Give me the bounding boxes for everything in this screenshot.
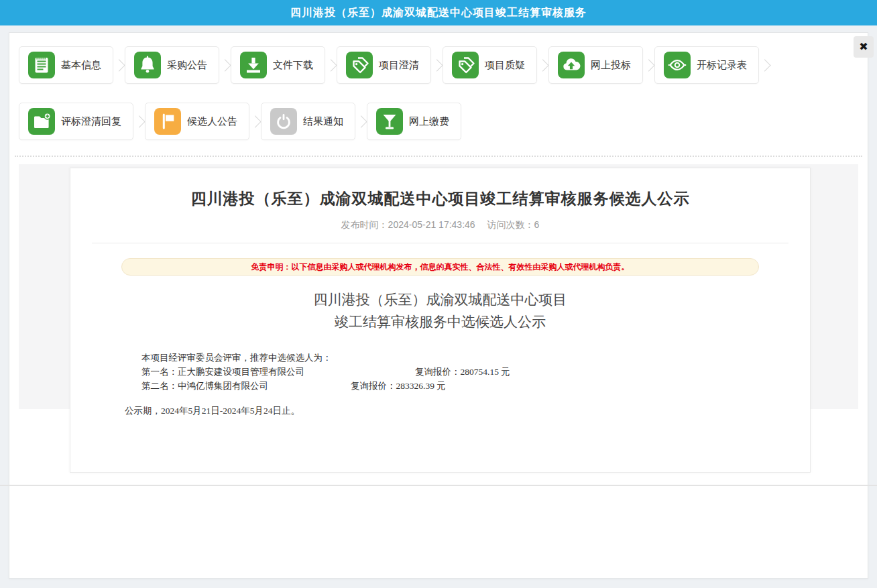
publish-time-value: 2024-05-21 17:43:46 xyxy=(388,219,475,230)
tab-label: 候选人公告 xyxy=(187,115,237,128)
horizontal-rule xyxy=(0,485,877,486)
bell-icon xyxy=(134,52,161,78)
download-icon xyxy=(240,52,267,78)
power-icon xyxy=(270,108,297,135)
tab-label: 基本信息 xyxy=(61,59,101,72)
doc-heading-line1: 四川港投（乐至）成渝双城配送中心项目 xyxy=(70,289,810,311)
doc-body: 本项目经评审委员会评审，推荐中选候选人为： 第一名：正大鹏安建设项目管理有限公司… xyxy=(141,351,810,393)
tab-project-query[interactable]: 项目质疑 xyxy=(443,46,537,84)
publicity-period: 公示期，2024年5月21日-2024年5月24日止。 xyxy=(125,405,810,417)
tab-candidate-announcement[interactable]: 候选人公告 xyxy=(145,103,249,140)
tab-label: 项目质疑 xyxy=(485,59,525,72)
intro-line: 本项目经评审委员会评审，推荐中选候选人为： xyxy=(141,351,810,365)
meta-divider xyxy=(92,243,788,243)
announcement-document: 四川港投（乐至）成渝双城配送中心项目竣工结算审核服务候选人公示 发布时间：202… xyxy=(70,168,811,473)
doc-heading: 四川港投（乐至）成渝双城配送中心项目 竣工结算审核服务中选候选人公示 xyxy=(70,289,810,333)
publish-time-label: 发布时间： xyxy=(341,219,388,230)
tag-icon xyxy=(346,52,373,78)
tab-online-bidding[interactable]: 网上投标 xyxy=(548,46,643,84)
tab-basic-info[interactable]: 基本信息 xyxy=(19,46,113,84)
tab-label: 网上缴费 xyxy=(409,115,449,128)
article-title: 四川港投（乐至）成渝双城配送中心项目竣工结算审核服务候选人公示 xyxy=(70,188,810,209)
tab-label: 结果通知 xyxy=(303,115,343,128)
candidate-price: 复询报价：280754.15 元 xyxy=(415,365,510,379)
tab-project-clarification[interactable]: 项目澄清 xyxy=(337,46,431,84)
visit-count-label: 访问次数： xyxy=(487,219,534,230)
candidate-name: 第一名：正大鹏安建设项目管理有限公司 xyxy=(141,365,415,379)
tab-label: 文件下载 xyxy=(273,59,313,72)
candidate-name: 第二名：中鸿亿博集团有限公司 xyxy=(141,379,351,393)
article-meta: 发布时间：2024-05-21 17:43:46访问次数：6 xyxy=(70,219,810,231)
tab-evaluation-clarification-reply[interactable]: 评标澄清回复 xyxy=(19,103,133,140)
cloud-upload-icon xyxy=(558,52,585,78)
disclaimer-banner: 免责申明：以下信息由采购人或代理机构发布，信息的真实性、合法性、有效性由采购人或… xyxy=(121,258,759,276)
tab-label: 开标记录表 xyxy=(697,59,747,72)
tab-online-payment[interactable]: 网上缴费 xyxy=(367,103,461,140)
tag-icon xyxy=(452,52,479,78)
folder-plus-icon xyxy=(28,108,55,135)
main-panel: ✖ 基本信息 xyxy=(9,32,868,579)
close-button[interactable]: ✖ xyxy=(854,36,874,58)
tab-label: 项目澄清 xyxy=(379,59,419,72)
steps-row-1: 基本信息 采购公告 文件下载 项目澄清 xyxy=(19,33,868,84)
tab-label: 评标澄清回复 xyxy=(61,115,121,128)
glass-icon xyxy=(376,108,403,135)
notepad-icon xyxy=(28,52,55,78)
flag-icon xyxy=(154,108,181,135)
doc-heading-line2: 竣工结算审核服务中选候选人公示 xyxy=(70,311,810,333)
window-title-bar: 四川港投（乐至）成渝双城配送中心项目竣工结算审核服务 xyxy=(0,0,877,25)
close-icon: ✖ xyxy=(859,41,868,52)
tab-label: 网上投标 xyxy=(591,59,631,72)
visit-count-value: 6 xyxy=(534,219,540,230)
tab-result-notice[interactable]: 结果通知 xyxy=(261,103,355,140)
dotted-divider xyxy=(15,156,862,157)
tab-label: 采购公告 xyxy=(167,59,207,72)
tab-procurement-notice[interactable]: 采购公告 xyxy=(125,46,219,84)
candidate-price: 复询报价：283326.39 元 xyxy=(351,379,446,393)
tab-file-download[interactable]: 文件下载 xyxy=(231,46,325,84)
candidate-row: 第二名：中鸿亿博集团有限公司 复询报价：283326.39 元 xyxy=(141,379,810,393)
tab-bid-opening-record[interactable]: 开标记录表 xyxy=(654,46,759,84)
eye-icon xyxy=(664,52,691,78)
content-background: 四川港投（乐至）成渝双城配送中心项目竣工结算审核服务候选人公示 发布时间：202… xyxy=(19,164,858,409)
page-title: 四川港投（乐至）成渝双城配送中心项目竣工结算审核服务 xyxy=(290,7,587,18)
steps-row-2: 评标澄清回复 候选人公告 结果通知 网上缴费 xyxy=(19,103,868,140)
candidate-row: 第一名：正大鹏安建设项目管理有限公司 复询报价：280754.15 元 xyxy=(141,365,810,379)
